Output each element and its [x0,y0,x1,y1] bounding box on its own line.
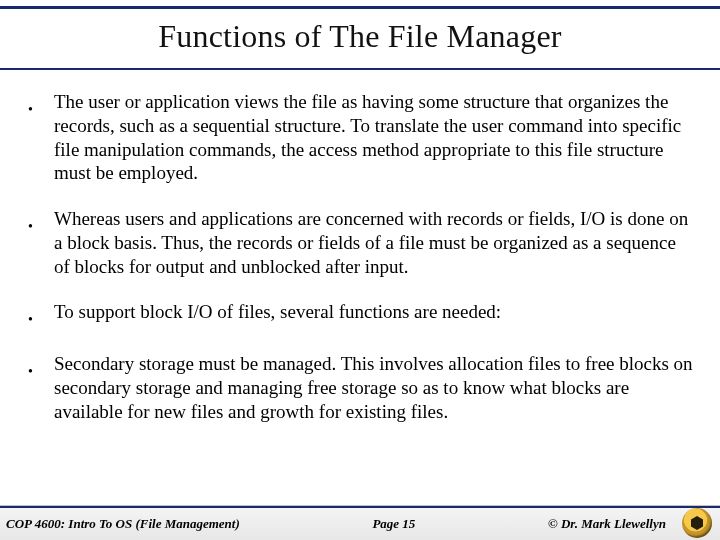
bullet-text: Whereas users and applications are conce… [54,207,696,278]
footer-page: Page 15 [240,516,548,532]
footer-course: COP 4600: Intro To OS (File Management) [6,516,240,532]
ucf-pegasus-logo-icon [682,508,712,538]
bullet-text: The user or application views the file a… [54,90,696,185]
bullet-text: To support block I/O of files, several f… [54,300,696,330]
footer-bar: COP 4600: Intro To OS (File Management) … [0,506,720,540]
bullet-item: Secondary storage must be managed. This … [28,352,696,423]
rule-under-title [0,68,720,70]
bullet-item: Whereas users and applications are conce… [28,207,696,278]
slide: Functions of The File Manager The user o… [0,0,720,540]
bullet-item: To support block I/O of files, several f… [28,300,696,330]
bullet-item: The user or application views the file a… [28,90,696,185]
bullet-text: Secondary storage must be managed. This … [54,352,696,423]
slide-title: Functions of The File Manager [0,18,720,55]
rule-top [0,6,720,9]
bullet-dot-icon [28,352,42,423]
slide-body: The user or application views the file a… [28,90,696,445]
bullet-dot-icon [28,90,42,185]
bullet-dot-icon [28,300,42,330]
bullet-dot-icon [28,207,42,278]
